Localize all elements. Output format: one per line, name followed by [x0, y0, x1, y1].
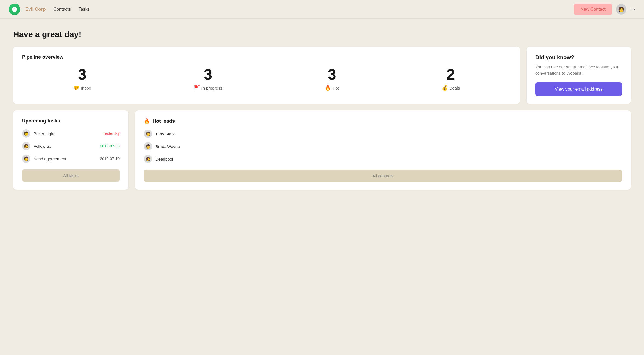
- bottom-cards-row: Upcoming tasks 🧑 Poker night Yesterday 🧑…: [13, 110, 631, 190]
- task-name-2: Send aggreement: [33, 156, 97, 161]
- view-email-button[interactable]: View your email address: [535, 82, 622, 96]
- task-date-1: 2019-07-08: [100, 144, 120, 148]
- task-name-1: Follow up: [33, 144, 97, 149]
- hot-leads-fire-icon: 🔥: [144, 118, 150, 124]
- pipeline-stats: 3 🤝 Inbox 3 🚩 In-progress 3: [22, 67, 511, 91]
- deals-label: 💰 Deals: [442, 85, 460, 91]
- user-avatar[interactable]: 🧑: [616, 4, 626, 15]
- lead-name-1: Bruce Wayne: [155, 144, 180, 149]
- inbox-label-text: Inbox: [81, 86, 91, 90]
- deals-icon: 💰: [442, 85, 448, 91]
- hot-leads-title: 🔥 Hot leads: [144, 118, 622, 124]
- logout-icon[interactable]: ⇒: [630, 6, 635, 13]
- inbox-icon: 🤝: [73, 85, 79, 91]
- hot-icon: 🔥: [325, 85, 331, 91]
- task-avatar-0: 🧑: [22, 129, 30, 138]
- lead-avatar-2: 🧑: [144, 155, 152, 163]
- pipeline-title: Pipeline overview: [22, 54, 511, 60]
- lead-name-0: Tony Stark: [155, 132, 175, 136]
- inprogress-label-text: In-progress: [201, 86, 222, 90]
- deals-label-text: Deals: [449, 86, 460, 90]
- lead-item-0[interactable]: 🧑 Tony Stark: [144, 130, 622, 138]
- lead-avatar-1: 🧑: [144, 142, 152, 150]
- hot-count: 3: [327, 67, 336, 82]
- hot-leads-title-text: Hot leads: [153, 118, 175, 124]
- top-cards-row: Pipeline overview 3 🤝 Inbox 3 🚩 In-progr…: [13, 47, 631, 104]
- hot-label: 🔥 Hot: [325, 85, 339, 91]
- inbox-count: 3: [78, 67, 86, 82]
- navbar: Evil Corp Contacts Tasks New Contact 🧑 ⇒: [0, 0, 644, 19]
- task-avatar-1: 🧑: [22, 142, 30, 150]
- dyk-title: Did you know?: [535, 54, 622, 61]
- lead-name-2: Deadpool: [155, 157, 173, 161]
- task-item-2[interactable]: 🧑 Send aggreement 2019-07-10: [22, 155, 120, 163]
- pipeline-stat-inbox[interactable]: 3 🤝 Inbox: [73, 67, 91, 91]
- task-date-2: 2019-07-10: [100, 156, 120, 161]
- lead-avatar-0: 🧑: [144, 130, 152, 138]
- upcoming-tasks-card: Upcoming tasks 🧑 Poker night Yesterday 🧑…: [13, 110, 128, 190]
- lead-item-2[interactable]: 🧑 Deadpool: [144, 155, 622, 163]
- tasks-title: Upcoming tasks: [22, 118, 120, 124]
- task-item-0[interactable]: 🧑 Poker night Yesterday: [22, 129, 120, 138]
- inprogress-label: 🚩 In-progress: [194, 85, 222, 91]
- greeting-heading: Have a great day!: [13, 30, 631, 39]
- lead-item-1[interactable]: 🧑 Bruce Wayne: [144, 142, 622, 150]
- contacts-link[interactable]: Contacts: [54, 7, 71, 12]
- pipeline-stat-inprogress[interactable]: 3 🚩 In-progress: [194, 67, 222, 91]
- all-tasks-button[interactable]: All tasks: [22, 169, 120, 182]
- nav-links: Contacts Tasks: [54, 7, 90, 12]
- all-contacts-button[interactable]: All contacts: [144, 170, 622, 182]
- task-item-1[interactable]: 🧑 Follow up 2019-07-08: [22, 142, 120, 150]
- pipeline-stat-hot[interactable]: 3 🔥 Hot: [325, 67, 339, 91]
- deals-count: 2: [446, 67, 455, 82]
- main-content: Have a great day! Pipeline overview 3 🤝 …: [0, 19, 644, 201]
- inprogress-count: 3: [204, 67, 212, 82]
- did-you-know-card: Did you know? You can use our smart emai…: [527, 47, 631, 104]
- pipeline-card: Pipeline overview 3 🤝 Inbox 3 🚩 In-progr…: [13, 47, 520, 104]
- inbox-label: 🤝 Inbox: [73, 85, 91, 91]
- dyk-text: You can use our smart email bcc to save …: [535, 64, 622, 76]
- brand-link[interactable]: Evil Corp: [25, 7, 46, 12]
- pipeline-stat-deals[interactable]: 2 💰 Deals: [442, 67, 460, 91]
- task-date-0: Yesterday: [103, 131, 120, 136]
- new-contact-button[interactable]: New Contact: [574, 4, 612, 15]
- app-logo[interactable]: [9, 4, 20, 15]
- hot-label-text: Hot: [332, 86, 339, 90]
- navbar-right: New Contact 🧑 ⇒: [574, 4, 635, 15]
- tasks-link[interactable]: Tasks: [79, 7, 90, 12]
- inprogress-icon: 🚩: [194, 85, 200, 91]
- hot-leads-card: 🔥 Hot leads 🧑 Tony Stark 🧑 Bruce Wayne 🧑…: [135, 110, 631, 190]
- task-name-0: Poker night: [33, 131, 99, 136]
- task-avatar-2: 🧑: [22, 155, 30, 163]
